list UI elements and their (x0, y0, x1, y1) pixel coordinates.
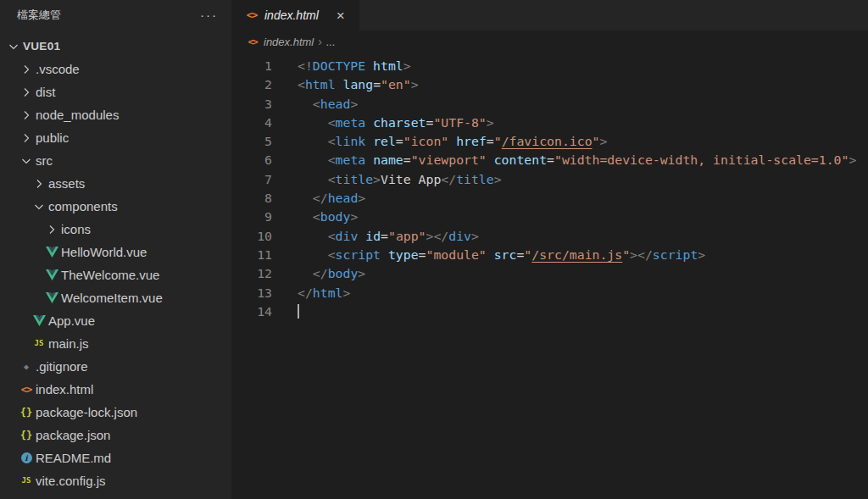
tree-item-package-json[interactable]: {}package.json (0, 424, 231, 446)
tree-item-label: assets (48, 176, 85, 191)
line-number: 13 (231, 284, 272, 302)
chevron-down-icon (19, 154, 33, 168)
code-line-14[interactable]: 14 (231, 302, 868, 321)
tree-item-package-lock-json[interactable]: {}package-lock.json (0, 401, 231, 424)
tree-item-label: HelloWorld.vue (61, 245, 147, 259)
vue-icon (45, 269, 58, 282)
editor-area: <> index.html × <> index.html › ... 1<!D… (231, 0, 868, 499)
code-editor[interactable]: 1<!DOCTYPE html>2<html lang="en">3 <head… (231, 53, 868, 321)
code-line-10[interactable]: 10 <div id="app"></div> (231, 227, 868, 246)
more-actions-icon[interactable]: ··· (200, 8, 218, 21)
explorer-header: 檔案總管 ··· (0, 0, 231, 30)
tree-item-main-js[interactable]: JSmain.js (0, 332, 231, 355)
tree-item-label: main.js (48, 336, 89, 351)
tree-item--vscode[interactable]: .vscode (0, 58, 231, 80)
tree-item-label: index.html (36, 382, 93, 396)
code-lines: 1<!DOCTYPE html>2<html lang="en">3 <head… (231, 57, 868, 321)
tree-item-label: icons (61, 222, 91, 236)
code-line-3[interactable]: 3 <head> (231, 95, 868, 114)
tree-item-label: src (36, 153, 53, 168)
tree-item-label: package.json (36, 428, 110, 442)
file-tree: VUE01.vscodedistnode_modulespublicsrcass… (0, 30, 231, 499)
text-cursor (298, 304, 299, 319)
tree-item-vite-config-js[interactable]: JSvite.config.js (0, 469, 231, 492)
tab-label: index.html (264, 8, 319, 22)
html-icon: <> (19, 383, 33, 396)
code-line-content: <meta name="viewport" content="width=dev… (272, 151, 856, 169)
line-number: 7 (231, 170, 272, 189)
json-icon: {} (19, 429, 33, 442)
code-line-content: <!DOCTYPE html> (272, 57, 411, 75)
tree-item-readme-md[interactable]: iREADME.md (0, 446, 231, 469)
tree-item-label: package-lock.json (36, 405, 137, 419)
tree-item-public[interactable]: public (0, 126, 231, 149)
line-number: 9 (231, 208, 272, 226)
line-number: 4 (231, 114, 272, 132)
code-line-6[interactable]: 6 <meta name="viewport" content="width=d… (231, 151, 868, 169)
code-line-12[interactable]: 12 </body> (231, 264, 868, 283)
vscode-window: 檔案總管 ··· VUE01.vscodedistnode_modulespub… (0, 0, 868, 499)
tree-item-assets[interactable]: assets (0, 172, 231, 195)
tree-item-label: VUE01 (23, 40, 60, 53)
code-line-content: </body> (272, 264, 365, 283)
code-line-11[interactable]: 11 <script type="module" src="/src/main.… (231, 246, 868, 264)
breadcrumb-file[interactable]: index.html (264, 36, 314, 48)
chevron-down-icon (32, 200, 46, 213)
line-number: 14 (231, 302, 272, 321)
code-line-9[interactable]: 9 <body> (231, 208, 868, 226)
js-icon: JS (32, 337, 46, 351)
tree-item-label: README.md (36, 451, 111, 465)
line-number: 8 (231, 189, 272, 208)
line-number: 3 (231, 95, 272, 114)
close-icon[interactable]: × (332, 7, 349, 24)
tree-item-label: WelcomeItem.vue (61, 291, 163, 305)
tree-item-app-vue[interactable]: App.vue (0, 309, 231, 332)
tree-item-index-html[interactable]: <>index.html (0, 378, 231, 401)
line-number: 6 (231, 151, 272, 169)
chevron-right-icon (45, 223, 58, 236)
line-number: 1 (231, 57, 272, 75)
js-icon: JS (19, 474, 33, 488)
tab-index-html[interactable]: <> index.html × (231, 0, 359, 30)
tree-item-components[interactable]: components (0, 195, 231, 218)
breadcrumb-collapsed[interactable]: ... (326, 36, 336, 48)
tree-item-node-modules[interactable]: node_modules (0, 103, 231, 126)
code-line-4[interactable]: 4 <meta charset="UTF-8"> (231, 114, 868, 132)
tree-item--gitignore[interactable]: ◆.gitignore (0, 355, 231, 378)
html-icon: <> (246, 35, 259, 48)
tree-item-label: App.vue (48, 313, 95, 328)
code-line-content: <title>Vite App</title> (272, 170, 502, 189)
info-icon: i (19, 452, 33, 465)
tree-item-welcomeitem-vue[interactable]: WelcomeItem.vue (0, 286, 231, 309)
tree-item-icons[interactable]: icons (0, 218, 231, 241)
explorer-title: 檔案總管 (17, 8, 61, 23)
chevron-right-icon (19, 108, 33, 122)
chevron-right-icon (19, 63, 33, 76)
code-line-1[interactable]: 1<!DOCTYPE html> (231, 57, 868, 75)
tree-item-label: components (48, 199, 118, 213)
tree-item-helloworld-vue[interactable]: HelloWorld.vue (0, 241, 231, 263)
code-line-5[interactable]: 5 <link rel="icon" href="/favicon.ico"> (231, 132, 868, 151)
tree-item-label: TheWelcome.vue (61, 268, 159, 282)
code-line-7[interactable]: 7 <title>Vite App</title> (231, 170, 868, 189)
code-line-content (272, 302, 299, 321)
code-line-13[interactable]: 13</html> (231, 284, 868, 302)
tree-item-vue01[interactable]: VUE01 (0, 35, 231, 58)
vue-icon (45, 291, 58, 305)
line-number: 11 (231, 246, 272, 264)
code-line-content: <script type="module" src="/src/main.js"… (272, 246, 705, 264)
json-icon: {} (19, 406, 33, 419)
code-line-8[interactable]: 8 </head> (231, 189, 868, 208)
line-number: 10 (231, 227, 272, 246)
tree-item-label: dist (36, 85, 55, 99)
line-number: 2 (231, 75, 272, 94)
code-line-content: <head> (272, 95, 358, 114)
html-icon: <> (245, 8, 259, 22)
tree-item-dist[interactable]: dist (0, 80, 231, 103)
breadcrumb: <> index.html › ... (231, 30, 868, 53)
code-line-content: </html> (272, 284, 350, 302)
code-line-content: <link rel="icon" href="/favicon.ico"> (272, 132, 607, 151)
tree-item-src[interactable]: src (0, 149, 231, 172)
code-line-2[interactable]: 2<html lang="en"> (231, 75, 868, 94)
tree-item-thewelcome-vue[interactable]: TheWelcome.vue (0, 263, 231, 286)
